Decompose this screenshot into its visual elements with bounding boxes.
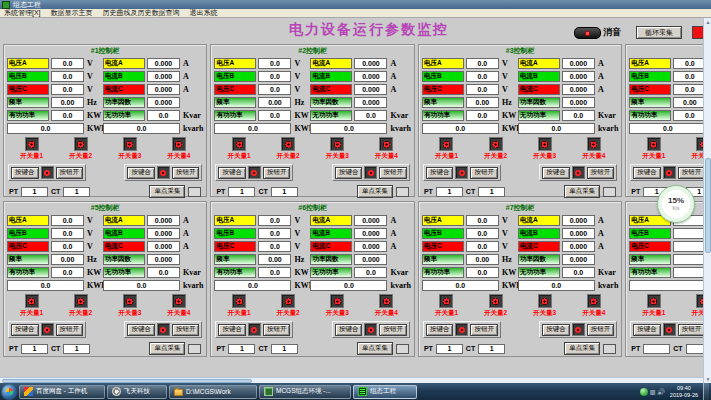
unit-v: V [501, 84, 516, 95]
ct-input[interactable]: 1 [271, 187, 298, 197]
unit-v: V [293, 71, 308, 82]
open-button[interactable]: 按钮开 [172, 167, 200, 179]
pt-input[interactable]: 1 [21, 344, 48, 354]
open-button[interactable]: 按钮开 [678, 324, 706, 336]
switch-2: 开关量2 [56, 137, 105, 161]
open-button[interactable]: 按钮开 [379, 167, 407, 179]
scroll-up-icon[interactable]: ▲ [704, 18, 711, 26]
open-button[interactable]: 按钮开 [379, 324, 407, 336]
close-button[interactable]: 按键合 [633, 167, 661, 179]
switch-label: 开关量1 [20, 309, 43, 318]
close-button[interactable]: 按键合 [127, 167, 155, 179]
pt-label: PT [216, 345, 225, 352]
unit-a: A [389, 71, 410, 82]
show-desktop-button[interactable] [703, 383, 709, 400]
close-button[interactable]: 按键合 [218, 167, 246, 179]
ct-input[interactable]: 1 [63, 344, 90, 354]
close-button[interactable]: 按键合 [426, 167, 454, 179]
open-button[interactable]: 按钮开 [263, 167, 291, 179]
taskbar-item-mcgs[interactable]: MCGS组态环境 -... [259, 385, 351, 399]
taskbar-item-label: 百度网盘 - 工作机 [36, 387, 87, 396]
open-button[interactable]: 按钮开 [587, 167, 615, 179]
label-voltage-c: 电压C [214, 84, 256, 95]
breaker-group-1: 按键合 按钮开 [423, 321, 501, 338]
performance-ball-widget[interactable]: 15% K/s [657, 185, 695, 223]
switch-lamp-icon [172, 137, 186, 151]
ct-input[interactable]: 1 [271, 344, 298, 354]
taskbar-item-explorer[interactable]: D:\MCGS\Work [169, 385, 257, 399]
value-voltage-a: 0.0 [51, 58, 84, 69]
close-button[interactable]: 按键合 [218, 324, 246, 336]
unit-hz: Hz [501, 97, 516, 108]
open-button[interactable]: 按钮开 [470, 324, 498, 336]
taskbar-item-app2[interactable]: 飞天科技 [107, 385, 167, 399]
close-button[interactable]: 按键合 [633, 324, 661, 336]
menu-item-exit[interactable]: 退出系统 [190, 9, 218, 17]
open-button[interactable]: 按钮开 [678, 167, 706, 179]
switch-1: 开关量1 [214, 137, 263, 161]
network-tray-icon[interactable]: ▥ [650, 389, 656, 395]
start-button[interactable] [2, 385, 16, 399]
taskbar-clock[interactable]: 09:40 2019-09-26 [667, 385, 701, 398]
ct-input[interactable]: 1 [478, 187, 505, 197]
pt-input[interactable]: 1 [228, 187, 255, 197]
single-collect-button[interactable]: 单点采集 [564, 342, 600, 355]
panel-title: #5控制柜 [4, 203, 206, 213]
pt-input[interactable]: 1 [228, 344, 255, 354]
close-button[interactable]: 按键合 [335, 167, 363, 179]
open-button[interactable]: 按钮开 [56, 324, 84, 336]
ct-input[interactable]: 1 [63, 187, 90, 197]
close-button[interactable]: 按键合 [11, 167, 39, 179]
pt-label: PT [424, 345, 433, 352]
pt-input[interactable] [643, 344, 670, 354]
pt-input[interactable]: 1 [436, 344, 463, 354]
label-voltage-c: 电压C [7, 241, 49, 252]
scada-window: 组态工程 系统管理[X] 数据显示主页 历史曲线及历史数据查询 退出系统 电力设… [0, 0, 711, 400]
single-collect-button[interactable]: 单点采集 [357, 342, 393, 355]
taskbar-item-project[interactable]: 组态工程 [353, 385, 417, 399]
vertical-scroll-thumb[interactable] [705, 158, 711, 253]
value-kwh-total: 0.0 [629, 123, 706, 134]
single-collect-button[interactable]: 单点采集 [357, 185, 393, 198]
switch-1: 开关量1 [422, 137, 471, 161]
unit-a: A [597, 71, 618, 82]
single-collect-button[interactable]: 单点采集 [149, 185, 185, 198]
open-button[interactable]: 按钮开 [587, 324, 615, 336]
unit-hz: Hz [293, 97, 308, 108]
label-power-factor: 功率因数 [518, 254, 560, 265]
single-collect-button[interactable]: 单点采集 [149, 342, 185, 355]
unit-a: A [597, 84, 618, 95]
vertical-scrollbar[interactable]: ▲ ▼ [703, 18, 711, 383]
loop-collect-button[interactable]: 循环采集 [636, 26, 682, 39]
menu-item-system[interactable]: 系统管理[X] [4, 9, 41, 17]
panel-parameters: 电压A 0.0 V 电流A 0.000 A 电压B 0.0 V 电流B 0.00… [214, 58, 410, 134]
close-button[interactable]: 按键合 [11, 324, 39, 336]
panel-parameters: 电压A 0.0 V 电流A 0.000 A 电压B 0.0 V 电流B 0.00… [7, 58, 203, 134]
switch-lamp-icon [232, 294, 246, 308]
window-titlebar[interactable]: 组态工程 [0, 0, 711, 9]
close-button[interactable]: 按键合 [542, 324, 570, 336]
pt-input[interactable]: 1 [436, 187, 463, 197]
antivirus-tray-icon[interactable] [640, 388, 648, 396]
close-button[interactable]: 按键合 [542, 167, 570, 179]
volume-tray-icon[interactable]: 🔊 [657, 389, 665, 395]
pt-input[interactable]: 1 [21, 187, 48, 197]
single-collect-button[interactable]: 单点采集 [564, 185, 600, 198]
open-button[interactable]: 按钮开 [263, 324, 291, 336]
close-button[interactable]: 按键合 [335, 324, 363, 336]
taskbar-item-baidu[interactable]: 百度网盘 - 工作机 [19, 385, 105, 399]
switch-lamp-icon [587, 137, 601, 151]
unit-kwh: KWH [86, 280, 101, 291]
menu-item-history[interactable]: 历史曲线及历史数据查询 [103, 9, 180, 17]
label-reactive-power: 无功功率 [103, 110, 145, 121]
close-button[interactable]: 按键合 [426, 324, 454, 336]
open-button[interactable]: 按钮开 [56, 167, 84, 179]
open-button[interactable]: 按钮开 [172, 324, 200, 336]
ct-input[interactable]: 1 [478, 344, 505, 354]
mute-indicator[interactable] [574, 27, 601, 39]
open-button[interactable]: 按钮开 [470, 167, 498, 179]
menu-item-data-home[interactable]: 数据显示主页 [51, 9, 93, 17]
panels-grid: #1控制柜 电压A 0.0 V 电流A 0.000 A 电压B 0.0 V 电流… [3, 44, 703, 357]
scroll-down-icon[interactable]: ▼ [704, 375, 711, 383]
close-button[interactable]: 按键合 [127, 324, 155, 336]
